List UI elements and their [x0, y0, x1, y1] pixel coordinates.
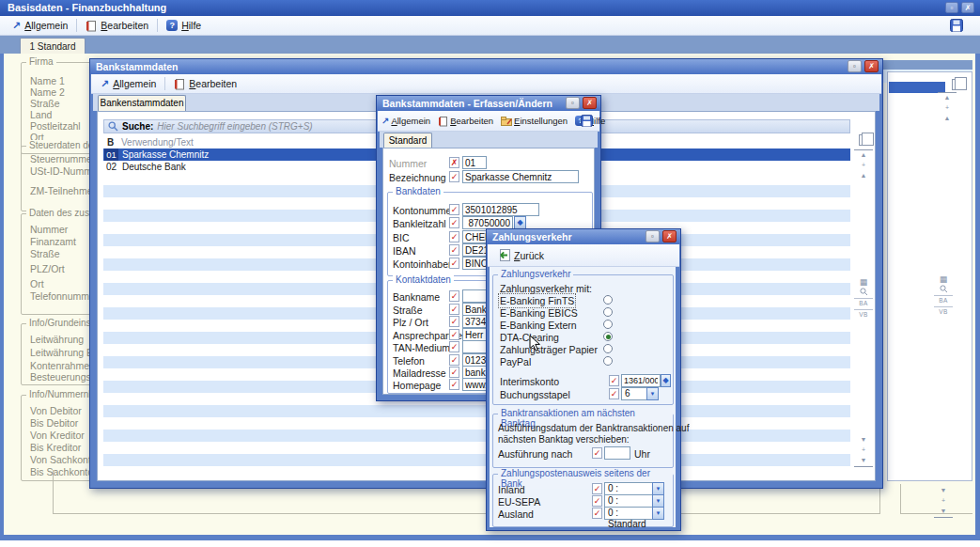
bank-list-menu-bearbeiten[interactable]: Bearbeiten	[169, 76, 241, 92]
ausland-check-icon[interactable]: ✓	[592, 508, 602, 519]
option-ebanking-ebics[interactable]: E-Banking EBICS	[500, 307, 578, 319]
eu-sepa-dropdown-button[interactable]: ▼	[652, 494, 664, 508]
option-ebanking-extern[interactable]: E-Banking Extern	[500, 320, 577, 331]
nummer-field[interactable]	[462, 156, 487, 169]
menu-bearbeiten[interactable]: Bearbeiten	[81, 18, 153, 34]
edit-menu-einstellungen[interactable]: Einstellungen	[499, 114, 569, 128]
sort-ba-icon[interactable]: BA	[934, 295, 953, 306]
scroll-plus-icon[interactable]: +	[938, 103, 957, 114]
sort-ba-icon[interactable]: BA	[854, 298, 873, 309]
scroll-up-icon[interactable]: ▲	[854, 171, 873, 181]
edit-restore-button[interactable]: ▫	[566, 97, 580, 109]
interimskonto-check-icon[interactable]: ✓	[609, 375, 619, 386]
scroll-up-icon[interactable]: ▲	[938, 114, 957, 124]
ausfuehrung-check-icon[interactable]: ✓	[592, 447, 602, 459]
magnifier-icon[interactable]	[934, 285, 953, 295]
scroll-last-icon[interactable]: ▼	[934, 507, 953, 518]
edit-save-button[interactable]	[581, 115, 593, 129]
buchungsstapel-check-icon[interactable]: ✓	[609, 388, 619, 399]
homepage-check-icon[interactable]: ✓	[449, 379, 459, 390]
column-header-b[interactable]: B	[107, 137, 114, 148]
menu-hilfe[interactable]: ? Hilfe	[162, 18, 206, 33]
edit-menu-bearbeiten[interactable]: Bearbeiten	[436, 114, 495, 129]
grid-scroll-top-icons[interactable]: ▲ + ▲	[854, 149, 873, 181]
ausland-dropdown-button[interactable]: ▼	[652, 507, 664, 520]
scroll-first-icon[interactable]: ▲	[938, 92, 957, 103]
scroll-last-icon[interactable]: ▼	[854, 456, 873, 467]
sort-vb-icon[interactable]: VB	[854, 309, 873, 320]
scroll-plus2-icon[interactable]: +	[934, 496, 953, 507]
eu-sepa-dropdown[interactable]: 0 : Standard	[604, 494, 653, 508]
back-button[interactable]: Zurück	[492, 247, 549, 263]
mailadresse-check-icon[interactable]: ✓	[449, 367, 459, 378]
tan-medium-check-icon[interactable]: ✓	[449, 341, 459, 352]
save-button[interactable]	[950, 19, 963, 34]
ausland-dropdown[interactable]: 0 : Standard	[604, 507, 653, 520]
grid-view-icon[interactable]: ▦	[854, 277, 873, 288]
bank-list-restore-button[interactable]: ▫	[848, 60, 862, 72]
bank-list-menu-allgemein[interactable]: ↗ Allgemein	[96, 76, 161, 91]
edit-menu-allgemein[interactable]: ↗ Allgemein	[380, 114, 432, 128]
bezeichnung-check-icon[interactable]: ✓	[449, 171, 459, 182]
telefon-check-icon[interactable]: ✓	[449, 354, 459, 366]
tab-standard[interactable]: Standard	[383, 133, 432, 148]
payment-restore-button[interactable]: ▫	[646, 230, 660, 242]
option-paypal[interactable]: PayPal	[500, 356, 531, 367]
edit-close-button[interactable]: ✗	[583, 97, 597, 109]
bankleitzahl-lookup-button[interactable]: ◆	[514, 216, 526, 229]
plz-ort-check-icon[interactable]: ✓	[449, 316, 459, 327]
kontonummer-check-icon[interactable]: ✓	[449, 204, 459, 215]
copy-pages-icon[interactable]	[859, 134, 869, 146]
nummer-flag-icon[interactable]: ✗	[449, 157, 459, 168]
iban-check-icon[interactable]: ✓	[449, 244, 459, 256]
main-close-button[interactable]: ✗	[961, 2, 974, 13]
scroll-plus2-icon[interactable]: +	[854, 445, 873, 456]
bezeichnung-field[interactable]	[462, 170, 579, 183]
eu-sepa-check-icon[interactable]: ✓	[592, 495, 602, 507]
main-restore-button[interactable]: ▫	[945, 2, 958, 13]
option-zahlungstraeger-papier[interactable]: Zahlungsträger Papier	[500, 344, 598, 355]
radio-ebanking-fints[interactable]	[603, 295, 613, 305]
bank-list-close-button[interactable]: ✗	[864, 60, 879, 72]
radio-ebanking-extern[interactable]	[603, 320, 613, 329]
grid-view-icon[interactable]: ▦	[934, 274, 953, 285]
kontonummer-field[interactable]	[462, 203, 539, 216]
interimskonto-lookup-button[interactable]: ◆	[661, 374, 671, 387]
bankleitzahl-check-icon[interactable]: ✓	[449, 217, 459, 228]
bankleitzahl-field[interactable]	[462, 216, 513, 229]
scroll-down-icon[interactable]: ▼	[934, 486, 953, 496]
option-ebanking-fints[interactable]: E-Banking FinTS	[500, 295, 574, 306]
copy-pages-icon[interactable]	[952, 79, 962, 90]
grid-view-icons[interactable]: ▦ BA VB	[854, 277, 873, 320]
magnifier-icon[interactable]	[854, 288, 873, 298]
column-header-verwendung[interactable]: Verwendung/Text	[121, 137, 194, 148]
scroll-plus-icon[interactable]: +	[854, 161, 873, 171]
interimskonto-field[interactable]	[621, 374, 661, 387]
inland-dropdown[interactable]: 0 : Standard	[604, 482, 653, 495]
menu-allgemein[interactable]: ↗ Allgemein	[8, 18, 72, 33]
radio-paypal[interactable]	[603, 356, 613, 366]
background-scroll-top-icons[interactable]: ▲ + ▲	[938, 92, 957, 124]
tab-standard-main[interactable]: 1 Standard	[20, 38, 86, 55]
kontoinhaber-check-icon[interactable]: ✓	[449, 258, 459, 269]
radio-dta-clearing[interactable]	[603, 332, 613, 341]
payment-close-button[interactable]: ✗	[662, 230, 677, 242]
radio-ebanking-ebics[interactable]	[603, 307, 613, 317]
scroll-first-icon[interactable]: ▲	[854, 149, 873, 161]
tab-bankenstammdaten[interactable]: Bankenstammdaten	[98, 95, 186, 111]
strasse-check-icon[interactable]: ✓	[449, 304, 459, 315]
inland-dropdown-button[interactable]: ▼	[652, 482, 664, 495]
sort-vb-icon[interactable]: VB	[934, 306, 953, 318]
inland-check-icon[interactable]: ✓	[592, 483, 602, 494]
bic-check-icon[interactable]: ✓	[449, 231, 459, 242]
ansprechpartner-check-icon[interactable]: ✓	[449, 329, 459, 340]
scroll-down-icon[interactable]: ▼	[854, 435, 873, 445]
buchungsstapel-dropdown-button[interactable]: ▼	[646, 387, 659, 400]
buchungsstapel-field[interactable]: 6	[621, 387, 647, 400]
bankname-check-icon[interactable]: ✓	[449, 290, 459, 302]
bank-list-toolbar: ↗ Allgemein Bearbeiten	[91, 74, 881, 94]
grid-scroll-bottom-icons[interactable]: ▼ + ▼	[854, 435, 873, 467]
radio-zahlungstraeger-papier[interactable]	[603, 344, 613, 353]
ausfuehrung-field[interactable]	[604, 446, 630, 460]
background-view-icons[interactable]: ▦ BA VB	[934, 274, 953, 318]
